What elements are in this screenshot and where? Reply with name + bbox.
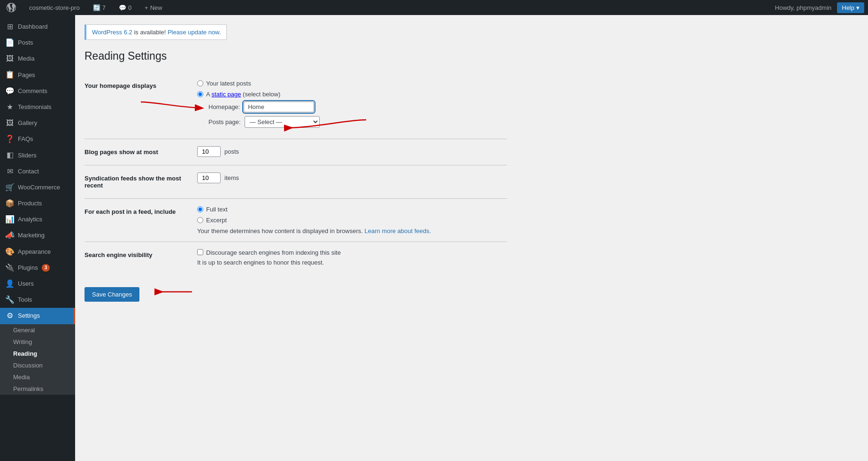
sidebar-item-products[interactable]: 📦 Products bbox=[0, 195, 75, 211]
gallery-icon: 🖼 bbox=[6, 119, 14, 127]
sidebar-item-users[interactable]: 👤 Users bbox=[0, 276, 75, 292]
homepage-displays-label: Your homepage displays bbox=[84, 73, 192, 139]
products-icon: 📦 bbox=[6, 199, 14, 208]
full-text-row: Full text bbox=[197, 206, 502, 213]
settings-submenu: General Writing Reading Discussion Media… bbox=[0, 324, 75, 395]
posts-page-select[interactable]: — Select — bbox=[245, 116, 320, 128]
sidebar-item-testimonials[interactable]: ★ Testimonials bbox=[0, 99, 75, 115]
sidebar-item-pages[interactable]: 📋 Pages bbox=[0, 67, 75, 83]
search-checkbox-label[interactable]: Discourage search engines from indexing … bbox=[206, 249, 341, 256]
latest-posts-row: Your latest posts bbox=[197, 80, 502, 87]
sidebar-item-sliders[interactable]: ◧ Sliders bbox=[0, 148, 75, 164]
sidebar-item-dashboard[interactable]: ⊞ Dashboard bbox=[0, 19, 75, 35]
feed-description: Your theme determines how content is dis… bbox=[197, 227, 502, 234]
homepage-select-label: Homepage: bbox=[208, 103, 240, 110]
feed-field: Full text Excerpt Your theme determines … bbox=[192, 198, 507, 242]
latest-posts-label[interactable]: Your latest posts bbox=[206, 80, 251, 87]
faqs-icon: ❓ bbox=[6, 135, 14, 143]
sidebar-item-tools[interactable]: 🔧 Tools bbox=[0, 292, 75, 308]
blog-pages-field: posts bbox=[192, 139, 507, 165]
full-text-label[interactable]: Full text bbox=[206, 206, 228, 213]
blog-pages-label: Blog pages show at most bbox=[84, 139, 192, 165]
static-page-row: A static page (select below) bbox=[197, 91, 502, 98]
homepage-select-row: Homepage: bbox=[208, 102, 502, 112]
submenu-reading[interactable]: Reading bbox=[0, 348, 75, 359]
static-page-link[interactable]: static page bbox=[212, 91, 241, 98]
updates[interactable]: 🔄 7 bbox=[90, 0, 108, 15]
syndication-input[interactable] bbox=[197, 172, 221, 183]
static-page-label[interactable]: A static page (select below) bbox=[206, 91, 280, 98]
syndication-row: Syndication feeds show the most recent i… bbox=[84, 165, 507, 198]
analytics-icon: 📊 bbox=[6, 215, 14, 224]
blog-pages-row: Blog pages show at most posts bbox=[84, 139, 507, 165]
search-engine-field: Discourage search engines from indexing … bbox=[192, 242, 507, 273]
syndication-field: items bbox=[192, 165, 507, 198]
sidebar-item-media[interactable]: 🖼 Media bbox=[0, 51, 75, 67]
admin-bar: cosmetic-store-pro 🔄 7 💬 0 + New Howdy, … bbox=[0, 0, 868, 15]
posts-page-label: Posts page: bbox=[208, 118, 241, 125]
chevron-down-icon: ▾ bbox=[856, 4, 860, 11]
syndication-suffix: items bbox=[224, 174, 239, 181]
comments[interactable]: 💬 0 bbox=[116, 0, 134, 15]
sidebar-item-marketing[interactable]: 📣 Marketing bbox=[0, 227, 75, 243]
posts-icon: 📄 bbox=[6, 39, 14, 47]
sidebar-item-faqs[interactable]: ❓ FAQs bbox=[0, 131, 75, 147]
users-icon: 👤 bbox=[6, 280, 14, 288]
blog-pages-number-row: posts bbox=[197, 146, 502, 157]
syndication-number-row: items bbox=[197, 172, 502, 183]
wp-logo[interactable] bbox=[4, 0, 19, 15]
submenu-discussion[interactable]: Discussion bbox=[0, 359, 75, 371]
sidebar-item-settings[interactable]: ⚙ Settings bbox=[0, 308, 75, 324]
updates-icon: 🔄 bbox=[93, 4, 100, 11]
plugins-badge: 3 bbox=[42, 264, 50, 272]
sidebar-item-appearance[interactable]: 🎨 Appearance bbox=[0, 244, 75, 260]
search-checkbox-row: Discourage search engines from indexing … bbox=[197, 249, 502, 256]
submenu-general[interactable]: General bbox=[0, 324, 75, 336]
blog-pages-input[interactable] bbox=[197, 146, 221, 157]
page-title: Reading Settings bbox=[84, 49, 859, 63]
help-button[interactable]: Help ▾ bbox=[837, 2, 864, 13]
homepage-displays-row: Your homepage displays Your latest posts… bbox=[84, 73, 507, 139]
appearance-icon: 🎨 bbox=[6, 248, 14, 256]
excerpt-label[interactable]: Excerpt bbox=[206, 217, 227, 224]
update-now-link[interactable]: Please update now bbox=[168, 29, 219, 36]
settings-icon: ⚙ bbox=[6, 312, 14, 320]
homepage-input[interactable] bbox=[244, 102, 314, 112]
sidebar-item-woocommerce[interactable]: 🛒 WooCommerce bbox=[0, 180, 75, 195]
search-engine-row: Search engine visibility Discourage sear… bbox=[84, 242, 507, 273]
sidebar-item-comments[interactable]: 💬 Comments bbox=[0, 83, 75, 99]
posts-page-select-row: Posts page: — Select — bbox=[208, 116, 502, 128]
save-button-container: Save Changes bbox=[84, 282, 139, 302]
main-content: WordPress 6.2 is available! Please updat… bbox=[75, 15, 868, 461]
contact-icon: ✉ bbox=[6, 167, 14, 176]
sliders-icon: ◧ bbox=[6, 151, 14, 160]
radio-full-text[interactable] bbox=[197, 206, 203, 212]
submenu-media[interactable]: Media bbox=[0, 371, 75, 383]
search-engine-checkbox[interactable] bbox=[197, 249, 203, 255]
sidebar-item-plugins[interactable]: 🔌 Plugins 3 bbox=[0, 260, 75, 276]
wp-version-link[interactable]: WordPress 6.2 bbox=[92, 29, 132, 36]
sidebar-item-gallery[interactable]: 🖼 Gallery bbox=[0, 115, 75, 131]
new-content[interactable]: + New bbox=[142, 0, 165, 15]
testimonials-icon: ★ bbox=[6, 103, 14, 111]
feed-content-row: For each post in a feed, include Full te… bbox=[84, 198, 507, 242]
sidebar: ⊞ Dashboard 📄 Posts 🖼 Media 📋 Pages 💬 Co… bbox=[0, 15, 75, 461]
settings-form: Your homepage displays Your latest posts… bbox=[84, 73, 859, 302]
radio-latest-posts[interactable] bbox=[197, 80, 203, 86]
comments-nav-icon: 💬 bbox=[6, 87, 14, 95]
site-name[interactable]: cosmetic-store-pro bbox=[26, 0, 83, 15]
sidebar-item-posts[interactable]: 📄 Posts bbox=[0, 35, 75, 51]
search-engine-label: Search engine visibility bbox=[84, 242, 192, 273]
submenu-permalinks[interactable]: Permalinks bbox=[0, 383, 75, 395]
pages-icon: 📋 bbox=[6, 71, 14, 79]
sidebar-item-analytics[interactable]: 📊 Analytics bbox=[0, 211, 75, 227]
submenu-writing[interactable]: Writing bbox=[0, 336, 75, 348]
homepage-displays-field: Your latest posts A static page (select … bbox=[192, 73, 507, 139]
learn-more-feeds-link[interactable]: Learn more about feeds bbox=[365, 227, 430, 234]
sidebar-item-contact[interactable]: ✉ Contact bbox=[0, 164, 75, 180]
radio-static-page[interactable] bbox=[197, 91, 203, 97]
save-changes-button[interactable]: Save Changes bbox=[84, 287, 139, 302]
media-icon: 🖼 bbox=[6, 55, 14, 63]
plugins-icon: 🔌 bbox=[6, 264, 14, 272]
radio-excerpt[interactable] bbox=[197, 217, 203, 223]
